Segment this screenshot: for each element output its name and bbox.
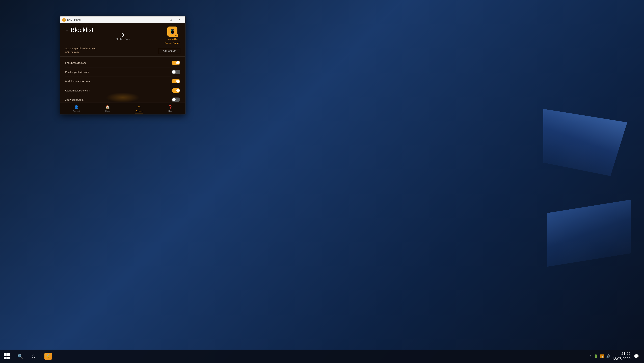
win-quad-4 — [7, 357, 10, 359]
how-to-use-link[interactable]: How to Use — [167, 38, 178, 41]
toggle-knob-phishing — [172, 70, 176, 74]
taskbar-task-view[interactable]: ⬡ — [27, 349, 40, 363]
blocked-count: 3 — [116, 32, 130, 38]
taskbar-clock[interactable]: 21:55 13/07/2020 — [612, 351, 630, 361]
tray-wifi-icon: 📶 — [600, 354, 604, 358]
close-button[interactable]: ✕ — [175, 17, 183, 23]
title-bar: 🔒 DNS Firewall — □ ✕ — [60, 17, 185, 23]
clock-time: 21:55 — [612, 351, 630, 356]
page-title: Blocklist — [70, 27, 94, 34]
toggle-knob-ads — [172, 98, 176, 101]
website-item-ads: Adswebsite.com — [65, 95, 180, 103]
taskbar-search-button[interactable]: 🔍 — [14, 349, 27, 363]
contact-support-link[interactable]: Contact Support — [164, 42, 180, 44]
app-title: DNS Firewall — [67, 19, 158, 21]
taskbar: 🔍 ⬡ 🔒 ∧ 🔋 📶 🔊 21:55 13/07/2020 💬 — [0, 349, 644, 363]
taskbar-divider — [41, 353, 42, 360]
account-label: Account — [73, 110, 80, 112]
app-icon: 🔒 — [62, 18, 66, 22]
win-beam-top — [544, 109, 627, 176]
settings-label: Settings — [136, 110, 142, 112]
help-icon: ❓ — [168, 105, 172, 109]
nav-item-account[interactable]: 👤 Account — [70, 104, 83, 113]
website-name-malicious: Maliciouswebsite.com — [65, 80, 90, 83]
website-item-phishing: Phishingwebsite.com — [65, 68, 180, 77]
toggle-knob-gambling — [176, 89, 180, 92]
toggle-knob-malicious — [176, 80, 180, 83]
win-quad-3 — [4, 357, 6, 359]
home-label: Home — [105, 110, 110, 112]
blocked-sites-summary: 3 Blocked Sites — [116, 32, 130, 41]
nav-item-help[interactable]: ❓ Help — [165, 104, 176, 113]
win-quad-1 — [4, 353, 6, 356]
description-line1: Add the specific websites you — [65, 47, 96, 50]
account-icon: 👤 — [74, 105, 79, 109]
nav-item-home[interactable]: 🏠 Home — [102, 104, 114, 113]
clock-date: 13/07/2020 — [612, 356, 630, 361]
toggle-fraud[interactable] — [172, 61, 180, 65]
taskbar-dns-icon[interactable]: 🔒 — [42, 349, 54, 363]
description-text: Add the specific websites you want to bl… — [65, 47, 96, 54]
back-button[interactable]: ← — [65, 29, 68, 32]
website-name-gambling: Gamblingwebsite.com — [65, 89, 90, 92]
dns-app-icon: 🔒 — [44, 352, 52, 360]
nav-item-settings[interactable]: ⚙ Settings — [132, 104, 146, 113]
website-item-gambling: Gamblingwebsite.com — [65, 86, 180, 95]
website-name-phishing: Phishingwebsite.com — [65, 71, 89, 74]
description-line2: want to block — [65, 51, 79, 53]
app-window: 🔒 DNS Firewall — □ ✕ ← Blocklist 3 Block… — [60, 16, 186, 115]
toggle-ads[interactable] — [172, 98, 180, 102]
tray-volume-icon[interactable]: 🔊 — [606, 354, 610, 358]
description-area: Add the specific websites you want to bl… — [60, 46, 185, 56]
win-beam-bottom — [547, 200, 630, 267]
toggle-malicious[interactable] — [172, 79, 180, 83]
toggle-phishing[interactable] — [172, 70, 180, 74]
block-icon: 📱 ⊘ — [167, 27, 178, 37]
tray-up-arrow[interactable]: ∧ — [589, 354, 592, 358]
window-controls: — □ ✕ — [158, 17, 183, 23]
settings-icon: ⚙ — [137, 105, 141, 109]
tray-battery-icon: 🔋 — [594, 354, 598, 358]
help-label: Help — [168, 110, 172, 112]
app-header: ← Blocklist 3 Blocked Sites 📱 ⊘ How to U… — [60, 23, 185, 46]
taskbar-right: ∧ 🔋 📶 🔊 21:55 13/07/2020 💬 — [589, 349, 644, 363]
blocked-label: Blocked Sites — [116, 38, 130, 41]
taskbar-tray: ∧ 🔋 📶 🔊 — [589, 354, 610, 358]
toggle-gambling[interactable] — [172, 88, 180, 93]
win-quad-2 — [7, 353, 10, 356]
home-icon: 🏠 — [106, 105, 110, 109]
toggle-knob-fraud — [176, 61, 180, 65]
maximize-button[interactable]: □ — [167, 17, 175, 23]
website-list: Fraudwebsite.com Phishingwebsite.com Mal… — [60, 57, 185, 103]
website-name-fraud: Fraudwebsite.com — [65, 62, 86, 64]
taskbar-notification-button[interactable]: 💬 — [632, 349, 641, 363]
start-button[interactable] — [0, 349, 14, 363]
add-website-button[interactable]: Add Website — [159, 48, 180, 54]
app-content: ← Blocklist 3 Blocked Sites 📱 ⊘ How to U… — [60, 23, 185, 114]
windows-logo — [4, 353, 10, 359]
header-right: 📱 ⊘ How to Use Contact Support — [164, 27, 180, 44]
bottom-nav: 👤 Account 🏠 Home ⚙ Settings ❓ Help — [60, 103, 185, 114]
minimize-button[interactable]: — — [158, 17, 166, 23]
website-name-ads: Adswebsite.com — [65, 98, 84, 101]
block-badge: ⊘ — [174, 34, 178, 37]
header-left: ← Blocklist — [65, 27, 94, 34]
website-item-fraud: Fraudwebsite.com — [65, 58, 180, 68]
desktop: 🔒 DNS Firewall — □ ✕ ← Blocklist 3 Block… — [0, 0, 644, 363]
website-item-malicious: Maliciouswebsite.com — [65, 77, 180, 86]
